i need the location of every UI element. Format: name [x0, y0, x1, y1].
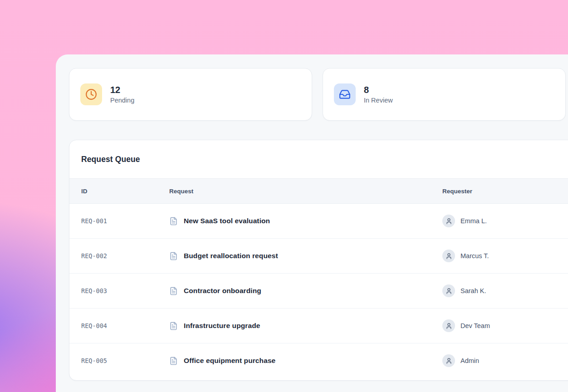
row-request: Contractor onboarding	[184, 287, 261, 295]
table-header-row: ID Request Requester	[69, 178, 568, 204]
stat-card-pending: 12 Pending	[69, 68, 312, 121]
row-id: REQ-002	[69, 252, 169, 260]
row-id: REQ-004	[69, 322, 169, 329]
avatar	[442, 250, 455, 262]
pending-count: 12	[110, 85, 134, 95]
user-icon	[446, 358, 452, 364]
row-id: REQ-001	[69, 217, 169, 225]
pending-label: Pending	[110, 97, 134, 104]
file-text-icon	[169, 252, 178, 260]
main-panel: 12 Pending 8 In Review Request Queue ID …	[56, 54, 568, 392]
table-row[interactable]: REQ-005 Office equipment purchase Admin	[69, 343, 568, 378]
user-icon	[446, 253, 452, 260]
avatar	[442, 215, 455, 227]
file-text-icon	[169, 217, 178, 225]
column-header-id: ID	[69, 188, 169, 195]
stats-row: 12 Pending 8 In Review	[69, 68, 568, 121]
file-text-icon	[169, 287, 178, 295]
user-icon	[446, 288, 452, 294]
file-text-icon	[169, 357, 178, 365]
row-requester: Dev Team	[460, 322, 490, 329]
row-request: Office equipment purchase	[184, 357, 275, 365]
column-header-requester: Requester	[442, 188, 568, 195]
table-row[interactable]: REQ-001 New SaaS tool evaluation Emma L.	[69, 204, 568, 239]
in-review-label: In Review	[364, 97, 393, 104]
row-request: Infrastructure upgrade	[184, 322, 260, 330]
row-id: REQ-005	[69, 357, 169, 364]
table-row[interactable]: REQ-002 Budget reallocation request Marc…	[69, 239, 568, 274]
stat-text: 8 In Review	[364, 85, 393, 104]
file-text-icon	[169, 322, 178, 330]
clock-icon	[85, 88, 97, 100]
request-queue-card: Request Queue ID Request Requester REQ-0…	[69, 140, 568, 381]
row-requester: Admin	[460, 357, 479, 364]
user-icon	[446, 218, 452, 225]
avatar	[442, 319, 455, 332]
row-requester: Marcus T.	[460, 252, 489, 260]
row-request: New SaaS tool evaluation	[184, 217, 270, 225]
in-review-count: 8	[364, 85, 393, 95]
inbox-icon	[339, 88, 351, 100]
table-row[interactable]: REQ-004 Infrastructure upgrade Dev Team	[69, 309, 568, 343]
in-review-icon-badge	[334, 83, 356, 105]
table-row[interactable]: REQ-003 Contractor onboarding Sarah K.	[69, 274, 568, 309]
avatar	[442, 284, 455, 297]
user-icon	[446, 323, 452, 329]
row-request: Budget reallocation request	[184, 252, 278, 260]
table-body: REQ-001 New SaaS tool evaluation Emma L.…	[69, 204, 568, 378]
column-header-request: Request	[169, 188, 442, 195]
request-queue-title: Request Queue	[69, 140, 568, 178]
row-id: REQ-003	[69, 287, 169, 294]
stat-text: 12 Pending	[110, 85, 134, 104]
row-requester: Emma L.	[460, 217, 487, 225]
pending-icon-badge	[80, 83, 102, 105]
row-requester: Sarah K.	[460, 287, 486, 294]
avatar	[442, 354, 455, 367]
stat-card-in-review: 8 In Review	[323, 68, 566, 121]
